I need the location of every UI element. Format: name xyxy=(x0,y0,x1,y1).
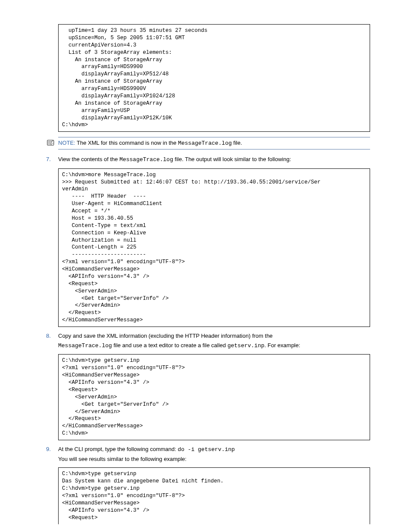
note-pre: The XML for this command is now in the xyxy=(75,140,178,146)
step-8-mid: file and use a text editor to create a f… xyxy=(112,342,227,348)
step-9: 9. At the CLI prompt, type the following… xyxy=(41,445,370,463)
step-7-pre: View the contents of the xyxy=(58,156,119,162)
code-block-3: C:\hdvm>type getserv.inp <?xml version="… xyxy=(58,354,370,440)
note-filename: MessageTrace.log xyxy=(178,140,232,146)
step-9-line1: At the CLI prompt, type the following co… xyxy=(58,445,370,454)
step-number: 9. xyxy=(46,445,51,453)
note-icon xyxy=(47,140,55,146)
step-9-line2: You will see results similar to the foll… xyxy=(58,455,370,463)
step-7-post: file. The output will look similar to th… xyxy=(173,156,291,162)
code-block-4: C:\hdvm>type getservinp Das System kann … xyxy=(58,467,370,524)
step-8: 8. Copy and save the XML information (ex… xyxy=(41,332,370,350)
note-block: NOTE: The XML for this command is now in… xyxy=(58,137,370,149)
code-block-1: upTime=1 day 23 hours 35 minutes 27 seco… xyxy=(58,24,370,132)
step-8-post: . For example: xyxy=(265,342,300,348)
step-9-pre: At the CLI prompt, type the following co… xyxy=(58,446,177,452)
note-post: file. xyxy=(232,140,242,146)
step-7-file: MessageTrace.log xyxy=(119,156,173,163)
step-8-line1: Copy and save the XML information (exclu… xyxy=(58,332,370,340)
note-label: NOTE: xyxy=(58,140,75,146)
step-7-text: View the contents of the MessageTrace.lo… xyxy=(58,156,370,164)
step-8-file2: getserv.inp xyxy=(227,342,265,349)
note-text: NOTE: The XML for this command is now in… xyxy=(58,139,242,147)
code-block-2: C:\hdvm>more MessageTrace.log >>> Reques… xyxy=(58,168,370,327)
step-7: 7. View the contents of the MessageTrace… xyxy=(41,156,370,164)
step-number: 8. xyxy=(46,332,51,340)
step-9-cmd: do -i getserv.inp xyxy=(177,446,235,453)
step-8-file1: MessageTrace.log xyxy=(58,342,112,349)
step-number: 7. xyxy=(46,156,51,163)
step-8-line2: MessageTrace.log file and use a text edi… xyxy=(58,342,370,350)
